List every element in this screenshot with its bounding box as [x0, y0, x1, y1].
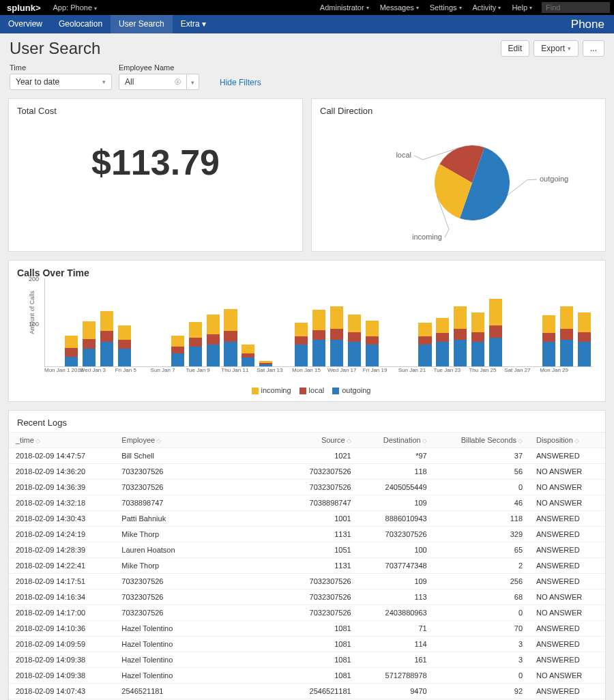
bar-Jan-8[interactable]: [169, 336, 186, 367]
edit-button[interactable]: Edit: [501, 40, 530, 57]
table-row[interactable]: 2018-02-09 14:47:57Bill Schell1021*9737A…: [9, 448, 605, 464]
cell: 3: [434, 652, 529, 668]
cell: 2018-02-09 14:17:00: [9, 605, 115, 621]
x-tick: Sat Jan 13: [257, 367, 292, 373]
table-row[interactable]: 2018-02-09 14:09:38Hazel Tolentino108116…: [9, 652, 605, 668]
table-row[interactable]: 2018-02-09 14:17:00703230752670323075262…: [9, 605, 605, 621]
bar-Jan-9[interactable]: [187, 322, 203, 366]
table-row[interactable]: 2018-02-09 14:30:43Patti Bahniuk10018886…: [9, 511, 605, 527]
bar-Jan-22[interactable]: [417, 323, 433, 366]
recent-logs-panel: Recent Logs _time◇Employee◇Source◇Destin…: [8, 410, 606, 700]
legend-swatch-incoming: [252, 388, 259, 394]
cell: 2546521181: [288, 684, 358, 699]
cell: 37: [434, 448, 529, 464]
table-row[interactable]: 2018-02-09 14:17:51703230752670323075261…: [9, 574, 605, 589]
nav-user-search[interactable]: User Search: [111, 15, 173, 33]
legend-label-outgoing[interactable]: outgoing: [342, 386, 370, 394]
topbar-menu-help[interactable]: Help▾: [506, 3, 538, 12]
bar-Jan-19[interactable]: [364, 321, 380, 366]
bar-Jan-10[interactable]: [205, 315, 221, 366]
table-row[interactable]: 2018-02-09 14:07:43254652118125465211819…: [9, 684, 605, 699]
hide-filters-link[interactable]: Hide Filters: [220, 78, 261, 90]
table-row[interactable]: 2018-02-09 14:36:39703230752670323075262…: [9, 480, 605, 495]
cell: 2018-02-09 14:36:20: [9, 464, 115, 480]
legend-label-local[interactable]: local: [309, 386, 325, 394]
bar-Jan-26[interactable]: [488, 299, 504, 366]
bar-Jan-5[interactable]: [117, 325, 133, 366]
col--time[interactable]: _time◇: [9, 433, 115, 448]
bar-Jan-16[interactable]: [311, 310, 327, 366]
cell: NO ANSWER: [529, 589, 605, 605]
bar-Jan-4[interactable]: [99, 311, 115, 366]
cell: 7032307526: [115, 480, 287, 495]
chevron-down-icon: ▾: [94, 5, 97, 12]
bar-Jan-11[interactable]: [222, 309, 239, 367]
table-row[interactable]: 2018-02-09 14:36:20703230752670323075261…: [9, 464, 605, 480]
cell: NO ANSWER: [529, 495, 605, 511]
nav-extra[interactable]: Extra▾: [173, 15, 214, 33]
nav-overview[interactable]: Overview: [0, 15, 50, 33]
time-range-value: Year to date: [16, 77, 59, 87]
col-source[interactable]: Source◇: [288, 433, 358, 448]
legend-label-incoming[interactable]: incoming: [261, 386, 291, 394]
bar-Jan-23[interactable]: [435, 318, 451, 367]
bar-Jan-30[interactable]: [558, 306, 574, 366]
more-actions-button[interactable]: ...: [583, 40, 604, 57]
bar-Jan-29[interactable]: [540, 315, 557, 366]
bar-Jan-31[interactable]: [576, 312, 592, 366]
topbar-menu-messages[interactable]: Messages▾: [375, 3, 424, 12]
topbar-menu-activity[interactable]: Activity▾: [467, 3, 507, 12]
nav-geolocation[interactable]: Geolocation: [50, 15, 111, 33]
bar-Jan-2[interactable]: [63, 336, 80, 366]
sort-icon: ◇: [518, 437, 523, 444]
cell: 46: [434, 495, 529, 511]
global-find-input[interactable]: [542, 2, 610, 13]
table-row[interactable]: 2018-02-09 14:32:18703889874770388987471…: [9, 495, 605, 511]
time-filter-label: Time: [10, 63, 112, 72]
table-row[interactable]: 2018-02-09 14:10:36Hazel Tolentino108171…: [9, 621, 605, 637]
cell: ANSWERED: [529, 637, 605, 652]
bar-Jan-17[interactable]: [329, 306, 345, 366]
col-disposition[interactable]: Disposition◇: [529, 433, 605, 448]
chevron-down-icon: ▾: [202, 19, 206, 29]
cell: 2018-02-09 14:16:34: [9, 589, 115, 605]
x-tick: Wed Jan 3: [80, 367, 115, 373]
table-row[interactable]: 2018-02-09 14:16:34703230752670323075261…: [9, 589, 605, 605]
bar-Jan-15[interactable]: [293, 323, 310, 366]
col-billable-seconds[interactable]: Billable Seconds◇: [434, 433, 529, 448]
cell: 1001: [288, 511, 358, 527]
table-row[interactable]: 2018-02-09 14:22:41Mike Thorp11317037747…: [9, 558, 605, 574]
x-tick: Mon Jan 1 2018: [44, 367, 80, 373]
table-row[interactable]: 2018-02-09 14:28:39Lauren Hoatson1051100…: [9, 542, 605, 558]
time-range-picker[interactable]: Year to date ▾: [10, 74, 112, 90]
table-row[interactable]: 2018-02-09 14:24:19Mike Thorp11317032307…: [9, 527, 605, 542]
cell: 7032307526: [288, 605, 358, 621]
bar-Jan-3[interactable]: [81, 321, 98, 366]
cell: ANSWERED: [529, 684, 605, 699]
cell: 1131: [288, 527, 358, 542]
bar-Jan-18[interactable]: [346, 315, 362, 366]
cell: 2018-02-09 14:28:39: [9, 542, 115, 558]
export-button[interactable]: Export ▾: [533, 40, 579, 57]
app-title: Phone: [561, 18, 614, 31]
bar-Jan-13[interactable]: [258, 361, 274, 366]
col-employee[interactable]: Employee◇: [115, 433, 287, 448]
splunk-logo[interactable]: splunk>: [0, 3, 48, 13]
table-row[interactable]: 2018-02-09 14:09:59Hazel Tolentino108111…: [9, 637, 605, 652]
clear-icon[interactable]: ⓧ: [175, 78, 181, 87]
cell: ANSWERED: [529, 448, 605, 464]
cell: 2018-02-09 14:47:57: [9, 448, 115, 464]
bar-Jan-24[interactable]: [452, 306, 469, 366]
employee-dropdown-toggle[interactable]: ▾: [187, 74, 199, 90]
topbar-menu-settings[interactable]: Settings▾: [424, 3, 467, 12]
col-destination[interactable]: Destination◇: [358, 433, 434, 448]
table-row[interactable]: 2018-02-09 14:09:38Hazel Tolentino108157…: [9, 668, 605, 684]
app-selector[interactable]: App: Phone ▾: [48, 3, 103, 12]
cell: 1081: [288, 652, 358, 668]
topbar-menu-administrator[interactable]: Administrator▾: [315, 3, 375, 12]
employee-multiselect[interactable]: All ⓧ: [119, 74, 187, 90]
cell: 7032307526: [288, 464, 358, 480]
bar-Jan-12[interactable]: [240, 345, 257, 367]
cell: 2018-02-09 14:09:38: [9, 668, 115, 684]
bar-Jan-25[interactable]: [470, 312, 486, 366]
